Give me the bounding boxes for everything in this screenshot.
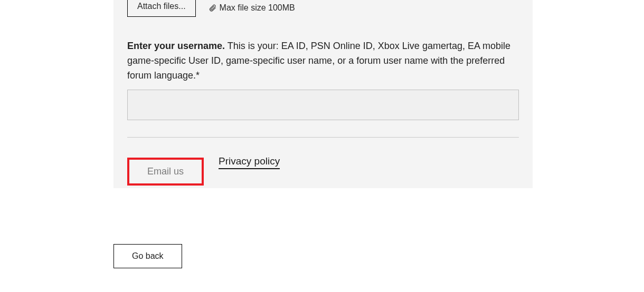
max-file-text: Max file size 100MB: [220, 3, 295, 13]
go-back-button[interactable]: Go back: [113, 244, 182, 268]
privacy-policy-link[interactable]: Privacy policy: [219, 155, 280, 169]
username-label-bold: Enter your username.: [127, 41, 225, 51]
username-input[interactable]: [127, 90, 519, 120]
form-panel: Attach files... Max file size 100MB Ente…: [113, 0, 533, 188]
username-block: Enter your username. This is your: EA ID…: [127, 39, 519, 120]
attach-files-button[interactable]: Attach files...: [127, 0, 196, 17]
username-label: Enter your username. This is your: EA ID…: [127, 39, 519, 83]
action-row: Email us Privacy policy: [127, 158, 519, 186]
email-us-button[interactable]: Email us: [127, 158, 204, 186]
attach-row: Attach files... Max file size 100MB: [127, 0, 519, 20]
paperclip-icon: [209, 4, 216, 12]
divider: [127, 137, 519, 138]
max-file-size: Max file size 100MB: [209, 3, 295, 13]
